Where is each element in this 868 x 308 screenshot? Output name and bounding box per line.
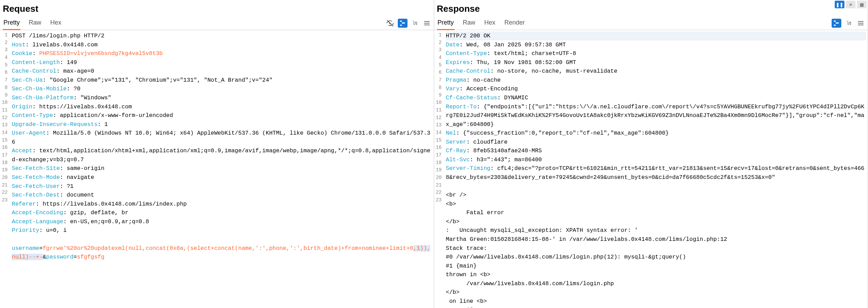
svg-rect-2 bbox=[400, 25, 402, 26]
code-line[interactable]: Host: livelabs.0x4148.com bbox=[12, 40, 432, 49]
response-tabrow: PrettyRawHexRender \n bbox=[434, 16, 868, 30]
code-line[interactable]: Upgrade-Insecure-Requests: 1 bbox=[12, 120, 432, 129]
code-line[interactable]: Vary: Accept-Encoding bbox=[446, 84, 867, 93]
request-tabs: PrettyRawHex bbox=[3, 16, 62, 30]
code-line[interactable]: Sec-Fetch-User: ?1 bbox=[12, 182, 432, 191]
tab-hex[interactable]: Hex bbox=[50, 16, 62, 30]
format-icon[interactable] bbox=[832, 19, 841, 28]
equalize-button[interactable]: ≡ bbox=[846, 1, 856, 8]
code-line[interactable]: Sec-Fetch-Mode: navigate bbox=[12, 173, 432, 182]
response-code[interactable]: HTTP/2 200 OKDate: Wed, 08 Jan 2025 09:5… bbox=[444, 30, 868, 308]
request-tabrow: PrettyRawHex \n bbox=[0, 16, 434, 30]
code-line[interactable] bbox=[12, 235, 432, 244]
request-code[interactable]: POST /lims/login.php HTTP/2Host: livelab… bbox=[10, 30, 434, 308]
code-line[interactable]: Server-Timing: cfL4;desc="?proto=TCP&rtt… bbox=[446, 164, 867, 182]
code-line[interactable]: Alt-Svc: h3=":443"; ma=86400 bbox=[446, 155, 867, 164]
code-line[interactable]: username=fgrrwe'%20or%20updatexml(null,c… bbox=[12, 244, 432, 262]
code-line[interactable]: Expires: Thu, 19 Nov 1981 08:52:00 GMT bbox=[446, 58, 867, 67]
code-line[interactable]: Content-Type: application/x-www-form-url… bbox=[12, 111, 432, 120]
request-title: Request bbox=[0, 0, 434, 16]
newline-icon[interactable]: \n bbox=[411, 19, 419, 27]
svg-rect-6 bbox=[834, 20, 835, 21]
response-title: Response bbox=[434, 0, 868, 16]
code-line[interactable]: Sec-Fetch-Site: same-origin bbox=[12, 164, 432, 173]
menu-icon[interactable] bbox=[857, 19, 865, 27]
code-line[interactable]: Cache-Control: no-store, no-cache, must-… bbox=[446, 67, 867, 76]
code-line[interactable]: Content-Length: 149 bbox=[12, 58, 432, 67]
response-editor[interactable]: 1234567891011121314151617181920212223 HT… bbox=[434, 30, 868, 308]
request-editor[interactable]: 1234567891011121314151617181920212223 PO… bbox=[0, 30, 434, 308]
code-line[interactable] bbox=[446, 182, 867, 191]
code-line[interactable]: #0 /var/www/livelabs.0x4148.com/lims/log… bbox=[446, 253, 867, 262]
code-line[interactable]: Origin: https://livelabs.0x4148.com bbox=[12, 102, 432, 111]
code-line[interactable]: Sec-Ch-Ua: "Google Chrome";v="131", "Chr… bbox=[12, 76, 432, 85]
menu-icon[interactable] bbox=[423, 19, 431, 27]
code-line[interactable]: Cf-Ray: 8feb53140afae240-MRS bbox=[446, 146, 867, 155]
svg-rect-7 bbox=[836, 22, 839, 23]
code-line[interactable]: Cf-Cache-Status: DYNAMIC bbox=[446, 93, 867, 102]
code-line[interactable]: Accept: text/html,application/xhtml+xml,… bbox=[12, 146, 432, 164]
code-line[interactable]: User-Agent: Mozilla/5.0 (Windows NT 10.0… bbox=[12, 129, 432, 146]
code-line[interactable]: Priority: u=0, i bbox=[12, 226, 432, 235]
tab-render[interactable]: Render bbox=[504, 16, 526, 30]
code-line[interactable]: Content-Type: text/html; charset=UTF-8 bbox=[446, 49, 867, 58]
code-line[interactable]: Pragma: no-cache bbox=[446, 76, 867, 85]
pause-button[interactable]: ❚❚ bbox=[835, 1, 844, 8]
code-line[interactable]: Accept-Language: en-US,en;q=0.9,ar;q=0.8 bbox=[12, 217, 432, 226]
code-line[interactable]: Nel: {"success_fraction":0,"report_to":"… bbox=[446, 129, 867, 138]
code-line[interactable]: Date: Wed, 08 Jan 2025 09:57:38 GMT bbox=[446, 40, 867, 49]
code-line[interactable]: Referer: https://livelabs.0x4148.com/lim… bbox=[12, 200, 432, 209]
code-line[interactable]: <br /> bbox=[446, 191, 867, 200]
code-line[interactable]: Martha Green:01502816848:15-08-' in /var… bbox=[446, 235, 867, 244]
layout-button[interactable]: ▦ bbox=[857, 1, 867, 8]
code-line[interactable]: HTTP/2 200 OK bbox=[446, 31, 867, 40]
global-toolbar: ❚❚ ≡ ▦ bbox=[835, 1, 867, 8]
tab-raw[interactable]: Raw bbox=[28, 16, 42, 30]
response-gutter: 1234567891011121314151617181920212223 bbox=[434, 30, 444, 308]
request-gutter: 1234567891011121314151617181920212223 bbox=[0, 30, 10, 308]
code-line[interactable]: Sec-Fetch-Dest: document bbox=[12, 191, 432, 200]
code-line[interactable]: Sec-Ch-Ua-Platform: "Windows" bbox=[12, 93, 432, 102]
code-line[interactable]: <b> Fatal error </b> : Uncaught mysqli_s… bbox=[446, 200, 867, 235]
code-line[interactable]: Stack trace: bbox=[446, 244, 867, 253]
code-line[interactable]: Accept-Encoding: gzip, deflate, br bbox=[12, 208, 432, 217]
tab-pretty[interactable]: Pretty bbox=[3, 16, 20, 30]
code-line[interactable]: Report-To: {"endpoints":[{"url":"https:\… bbox=[446, 102, 867, 129]
svg-rect-8 bbox=[834, 25, 835, 26]
code-line[interactable]: Server: cloudflare bbox=[446, 138, 867, 147]
code-line[interactable]: thrown in <b> /var/www/livelabs.0x4148.c… bbox=[446, 270, 867, 308]
code-line[interactable]: Cookie: PHPSESSID=vlvjven6bsndg7kg4val5v… bbox=[12, 49, 432, 58]
svg-rect-0 bbox=[400, 20, 402, 21]
response-panel: Response PrettyRawHexRender \n 123456789… bbox=[434, 0, 868, 308]
code-line[interactable]: #1 {main} bbox=[446, 262, 867, 271]
format-icon[interactable] bbox=[398, 19, 407, 28]
svg-rect-1 bbox=[402, 22, 405, 23]
newline-icon[interactable]: \n bbox=[845, 19, 853, 27]
tab-raw[interactable]: Raw bbox=[462, 16, 476, 30]
code-line[interactable]: POST /lims/login.php HTTP/2 bbox=[12, 31, 432, 40]
code-line[interactable]: Cache-Control: max-age=0 bbox=[12, 67, 432, 76]
tab-hex[interactable]: Hex bbox=[484, 16, 496, 30]
tab-pretty[interactable]: Pretty bbox=[437, 16, 455, 30]
request-panel: Request PrettyRawHex \n 1234567891011121… bbox=[0, 0, 434, 308]
code-line[interactable]: Sec-Ch-Ua-Mobile: ?0 bbox=[12, 84, 432, 93]
response-tabs: PrettyRawHexRender bbox=[437, 16, 526, 30]
visibility-off-icon[interactable] bbox=[386, 19, 394, 27]
